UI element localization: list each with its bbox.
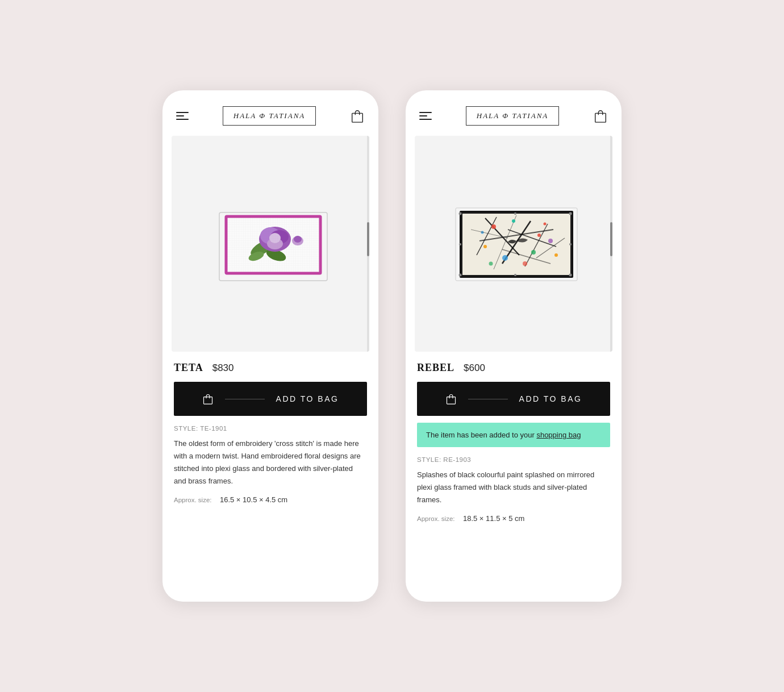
rebel-product-image — [415, 136, 612, 352]
svg-point-47 — [459, 243, 461, 245]
svg-rect-15 — [595, 113, 606, 122]
add-to-bag-label: ADD TO BAG — [276, 394, 339, 403]
rebel-description: Splashes of black colourful paint splash… — [417, 469, 610, 506]
shopping-bag-link[interactable]: shopping bag — [536, 431, 581, 439]
svg-rect-18 — [462, 214, 570, 275]
svg-point-46 — [514, 274, 516, 276]
svg-rect-13 — [226, 216, 320, 273]
hamburger-menu-icon[interactable] — [176, 112, 189, 120]
rebel-btn-divider — [468, 399, 508, 399]
rebel-bag-btn-icon — [445, 393, 457, 405]
scrollbar-thumb[interactable] — [367, 222, 369, 256]
svg-point-30 — [483, 245, 487, 248]
teta-add-to-bag-button[interactable]: ADD TO BAG — [174, 382, 367, 416]
svg-rect-14 — [203, 397, 212, 405]
svg-point-37 — [544, 223, 547, 226]
svg-point-41 — [459, 212, 462, 215]
rebel-product-info: REBEL $600 ADD TO BAG The item has been … — [406, 352, 622, 534]
svg-point-33 — [523, 261, 527, 266]
svg-point-45 — [514, 212, 516, 215]
svg-point-48 — [569, 243, 572, 245]
svg-point-29 — [531, 250, 536, 255]
svg-point-35 — [554, 253, 558, 257]
svg-point-43 — [459, 274, 462, 277]
svg-point-44 — [569, 274, 572, 277]
svg-point-26 — [491, 224, 496, 229]
rebel-product-price: $600 — [464, 362, 485, 374]
svg-point-36 — [489, 262, 493, 266]
svg-rect-0 — [352, 113, 363, 122]
teta-product-info: TETA $830 ADD TO BAG STYLE: TE-1901 The … — [162, 352, 378, 515]
rebel-notification-banner: The item has been added to your shopping… — [417, 423, 610, 447]
svg-point-27 — [537, 234, 541, 237]
rebel-product-box — [451, 201, 576, 286]
teta-product-image — [172, 136, 369, 352]
svg-point-32 — [512, 219, 515, 223]
rebel-phone: HALA Φ TATIANA — [406, 90, 622, 602]
rebel-add-to-bag-label: ADD TO BAG — [519, 394, 582, 403]
teta-style: STYLE: TE-1901 — [174, 425, 367, 432]
svg-point-28 — [502, 255, 508, 261]
teta-size: Approx. size: 16.5 × 10.5 × 4.5 cm — [174, 495, 367, 504]
rebel-scrollbar-thumb[interactable] — [610, 222, 612, 256]
teta-header: HALA Φ TATIANA — [162, 90, 378, 136]
teta-product-box — [214, 204, 327, 284]
teta-product-price: $830 — [212, 362, 234, 374]
svg-rect-49 — [447, 397, 455, 405]
teta-phone: HALA Φ TATIANA — [162, 90, 378, 602]
bag-icon[interactable] — [350, 109, 365, 123]
rebel-hamburger-menu-icon[interactable] — [419, 112, 432, 120]
rebel-brand-logo: HALA Φ TATIANA — [466, 106, 560, 126]
btn-divider — [225, 399, 265, 399]
rebel-bag-icon[interactable] — [593, 109, 608, 123]
svg-point-31 — [548, 239, 553, 243]
rebel-style: STYLE: RE-1903 — [417, 456, 610, 463]
phones-container: HALA Φ TATIANA — [162, 90, 622, 602]
rebel-product-name: REBEL — [417, 362, 454, 374]
rebel-size: Approx. size: 18.5 × 11.5 × 5 cm — [417, 514, 610, 523]
teta-name-price: TETA $830 — [174, 362, 367, 374]
scrollbar-track — [367, 136, 369, 352]
rebel-name-price: REBEL $600 — [417, 362, 610, 374]
bag-btn-icon — [202, 393, 214, 405]
teta-description: The oldest form of embroidery 'cross sti… — [174, 437, 367, 487]
brand-logo: HALA Φ TATIANA — [223, 106, 316, 126]
teta-product-name: TETA — [174, 362, 203, 374]
rebel-add-to-bag-button[interactable]: ADD TO BAG — [417, 382, 610, 416]
rebel-header: HALA Φ TATIANA — [406, 90, 622, 136]
rebel-scrollbar-track — [610, 136, 612, 352]
svg-point-42 — [569, 212, 572, 215]
